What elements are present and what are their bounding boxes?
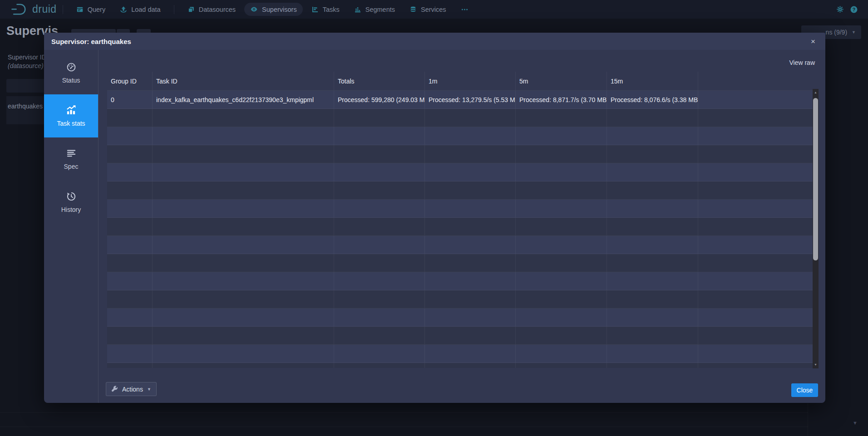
table-cell [334,272,425,290]
nav-item-label: Services [421,6,446,13]
table-cell [698,236,813,254]
table-cell [425,290,516,309]
table-cell [516,163,607,181]
table-cell [107,181,153,200]
table-cell [425,218,516,236]
table-row-empty [107,218,813,236]
table-cell [334,309,425,327]
caret-down-icon: ▼ [853,420,858,426]
scrollbar-thumb[interactable] [813,98,818,260]
help-icon[interactable]: ? [850,5,858,14]
supervisor-dialog: Supervisor: earthquakes × StatusTask sta… [44,33,825,403]
scroll-down-icon[interactable]: ▼ [813,361,819,367]
eye-icon [250,5,258,13]
table-cell [334,127,425,145]
table-cell [698,327,813,345]
scroll-up-icon[interactable]: ▲ [813,89,819,95]
dialog-title: Supervisor: earthquakes [51,38,131,45]
table-cell [107,200,153,218]
table-cell [698,272,813,290]
table-cell [107,145,153,163]
nav-divider [174,5,174,14]
gear-icon[interactable] [836,5,844,13]
align-left-icon [66,148,76,158]
column-header [698,72,813,91]
table-cell [607,290,698,309]
nav-item-load-data[interactable]: Load data [114,3,167,16]
view-raw-link[interactable]: View raw [789,59,815,66]
background-button-fragment [117,29,130,33]
table-cell [425,236,516,254]
actions-button-label: Actions [122,386,143,393]
nav-item-supervisors[interactable]: Supervisors [244,3,303,16]
table-row[interactable]: 0index_kafka_earthquakes_c6d22f2137390e3… [107,91,813,109]
table-cell [107,236,153,254]
table-cell [153,290,334,309]
vertical-scrollbar[interactable]: ▲ ▼ [813,89,819,368]
table-cell [334,290,425,309]
table-cell [334,363,425,368]
table-cell: index_kafka_earthquakes_c6d22f2137390e3_… [153,91,334,109]
tab-label: Status [62,77,80,84]
table-cell [425,163,516,181]
nav-item-segments[interactable]: Segments [348,3,401,16]
column-header: 15m [607,72,698,91]
table-row-empty [107,200,813,218]
column-subheader-datasource: (datasource) [8,62,44,69]
table-cell [698,345,813,363]
table-cell: Processed: 13,279.5/s (5.53 MB/s) [425,91,516,109]
table-cell [516,254,607,272]
table-cell [698,200,813,218]
nav-item-query[interactable]: Query [70,3,112,16]
druid-logo[interactable]: druid [11,3,57,15]
table-row-empty [107,254,813,272]
tab-task-stats[interactable]: Task stats [44,94,98,137]
table-cell [334,327,425,345]
table-cell [607,309,698,327]
table-cell [334,345,425,363]
table-cell [516,363,607,368]
table-header-row: Group IDTask IDTotals1m5m15m [107,72,813,91]
nav-item-label: Datasources [199,6,236,13]
tasks-icon [311,6,319,13]
table-cell [153,345,334,363]
table-cell [425,200,516,218]
table-cell [334,109,425,127]
close-icon[interactable]: × [808,37,818,46]
table-cell [425,145,516,163]
table-cell [153,127,334,145]
table-cell [698,127,813,145]
table-cell [107,327,153,345]
nav-item-label: Supervisors [262,6,297,13]
datasources-icon [187,6,195,13]
tab-spec[interactable]: Spec [44,137,98,181]
table-cell [153,181,334,200]
table-cell: Processed: 8,076.6/s (3.38 MB/s) [607,91,698,109]
tab-status[interactable]: Status [44,51,98,94]
table-cell [153,109,334,127]
table-cell [516,272,607,290]
table-row-empty [107,181,813,200]
table-cell [698,290,813,309]
column-header: Group ID [107,72,153,91]
tab-history[interactable]: History [44,181,98,224]
nav-item-services[interactable]: Services [404,3,452,16]
table-cell [516,236,607,254]
table-cell [153,309,334,327]
table-cell [698,163,813,181]
table-cell [153,363,334,368]
table-row-empty [107,272,813,290]
table-cell [698,181,813,200]
history-icon [66,191,76,201]
nav-item-tasks[interactable]: Tasks [306,3,345,16]
nav-item-datasources[interactable]: Datasources [182,3,242,16]
nav-item-more[interactable] [455,3,474,16]
table-cell [334,200,425,218]
close-button[interactable]: Close [791,383,818,397]
table-row-empty [107,345,813,363]
actions-button[interactable]: Actions ▼ [106,382,157,396]
table-cell [334,181,425,200]
table-cell [107,127,153,145]
column-header: Task ID [153,72,334,91]
table-cell [425,109,516,127]
